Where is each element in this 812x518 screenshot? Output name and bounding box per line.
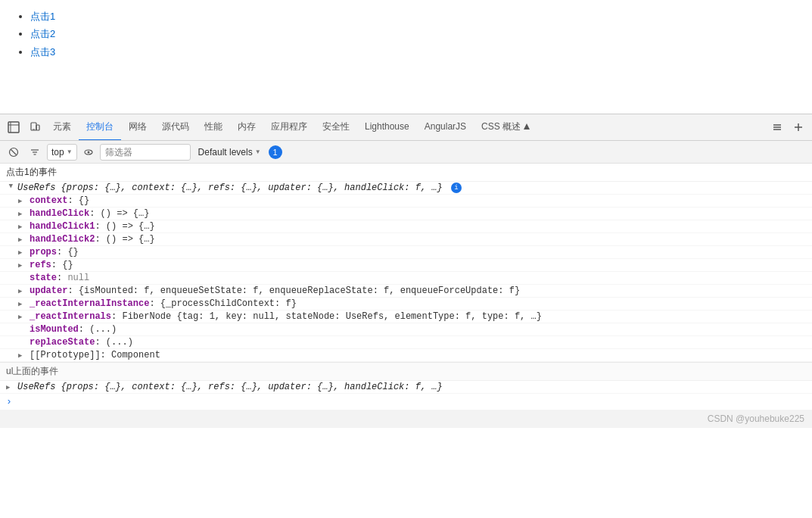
expand-icon: ▶ (6, 383, 15, 392)
main-obj-content: UseRefs {props: {…}, context: {…}, refs:… (17, 183, 806, 193)
tab-network[interactable]: 网络 (121, 114, 154, 141)
replacestate-row[interactable]: ▶ replaceState: (...) (0, 336, 812, 349)
tabs-end (767, 117, 809, 138)
svg-point-18 (87, 151, 89, 153)
list-item: 点击1 (30, 8, 797, 25)
state-prop-row[interactable]: ▶ state: null (0, 272, 812, 285)
section1-label: 点击1的事件 (0, 164, 812, 182)
section2-obj-content: UseRefs {props: {…}, context: {…}, refs:… (17, 382, 806, 392)
console-toolbar: top ▼ Default levels ▼ 1 (0, 141, 812, 164)
expand-icon: ▶ (18, 261, 27, 270)
expand-icon: ▶ (18, 223, 27, 232)
tab-css-overview[interactable]: CSS 概述 (474, 114, 538, 141)
tab-application[interactable]: 应用程序 (263, 114, 315, 141)
tab-lighthouse[interactable]: Lighthouse (357, 114, 417, 141)
expand-icon: ▶ (18, 210, 27, 219)
page-content: 点击1 点击2 点击3 (0, 0, 812, 68)
tab-security[interactable]: 安全性 (315, 114, 357, 141)
context-arrow-icon: ▼ (67, 148, 73, 155)
devtools-tabs: 元素 控制台 网络 源代码 性能 内存 应用程序 安全性 Lighthouse … (0, 114, 812, 141)
click-link-3[interactable]: 点击3 (30, 46, 55, 58)
filter-toggle-button[interactable] (26, 143, 44, 161)
expand-icon: ▶ (18, 236, 27, 245)
updater-prop-row[interactable]: ▶ updater: {isMounted: f, enqueueSetStat… (0, 285, 812, 298)
svg-rect-0 (8, 122, 19, 133)
tab-sources[interactable]: 源代码 (154, 114, 197, 141)
section2-obj-preview: UseRefs {props: {…}, context: {…}, refs:… (17, 382, 443, 392)
default-levels-button[interactable]: Default levels ▼ (194, 146, 266, 158)
inspect-element-icon[interactable] (3, 117, 24, 138)
react-internal-instance-row[interactable]: ▶ _reactInternalInstance: {_processChild… (0, 298, 812, 310)
handleclick2-prop-row[interactable]: ▶ handleClick2: () => {…} (0, 233, 812, 246)
clear-console-button[interactable] (5, 143, 23, 161)
tab-elements[interactable]: 元素 (45, 114, 79, 141)
section2-object-row[interactable]: ▶ UseRefs {props: {…}, context: {…}, ref… (0, 381, 812, 394)
prototype-row[interactable]: ▶ [[Prototype]]: Component (0, 349, 812, 362)
expand-icon: ▶ (18, 248, 27, 257)
props-prop-row[interactable]: ▶ props: {} (0, 246, 812, 259)
bullet-list: 点击1 点击2 点击3 (15, 8, 797, 61)
error-badge: 1 (269, 145, 282, 159)
tab-console[interactable]: 控制台 (79, 114, 121, 141)
console-output: 点击1的事件 ▶ UseRefs {props: {…}, context: {… (0, 164, 812, 410)
devtools-panel: 元素 控制台 网络 源代码 性能 内存 应用程序 安全性 Lighthouse … (0, 114, 812, 428)
tab-angularjs[interactable]: AngularJS (417, 114, 474, 141)
device-emulation-icon[interactable] (24, 117, 45, 138)
click-link-1[interactable]: 点击1 (30, 11, 55, 22)
filter-input[interactable] (100, 144, 191, 161)
handleclick1-prop-row[interactable]: ▶ handleClick1: () => {…} (0, 220, 812, 233)
expand-icon: ▶ (18, 300, 27, 309)
levels-arrow-icon: ▼ (255, 148, 261, 155)
error-count: 1 (273, 148, 278, 157)
expand-icon: ▶ (6, 184, 15, 193)
react-internals-row[interactable]: ▶ _reactInternals: FiberNode {tag: 1, ke… (0, 310, 812, 323)
refs-prop-row[interactable]: ▶ refs: {} (0, 259, 812, 272)
expand-icon: ▶ (18, 313, 27, 322)
info-icon: i (451, 183, 462, 193)
svg-marker-6 (524, 123, 530, 130)
list-item: 点击2 (30, 25, 797, 42)
expand-icon: ▶ (18, 351, 27, 360)
prompt-icon: › (6, 396, 12, 407)
add-tab-icon[interactable] (788, 117, 809, 138)
context-prop-row[interactable]: ▶ context: {} (0, 195, 812, 208)
svg-line-13 (11, 149, 17, 154)
handleclick-prop-row[interactable]: ▶ handleClick: () => {…} (0, 208, 812, 220)
eye-icon[interactable] (80, 144, 97, 161)
expand-icon: ▶ (18, 287, 27, 296)
click-link-2[interactable]: 点击2 (30, 28, 55, 39)
more-tabs-icon[interactable] (767, 117, 788, 138)
section2-label: ul上面的事件 (0, 362, 812, 381)
watermark: CSDN @youhebuke225 (0, 410, 812, 428)
context-selector[interactable]: top ▼ (47, 144, 77, 161)
default-levels-label: Default levels (198, 147, 253, 158)
main-object-row[interactable]: ▶ UseRefs {props: {…}, context: {…}, ref… (0, 182, 812, 195)
main-obj-preview: UseRefs {props: {…}, context: {…}, refs:… (17, 183, 443, 193)
expand-icon: ▶ (18, 197, 27, 206)
console-prompt-row[interactable]: › (0, 394, 812, 410)
svg-rect-4 (36, 125, 39, 130)
tab-performance[interactable]: 性能 (197, 114, 230, 141)
context-value: top (51, 147, 64, 158)
ismounted-row[interactable]: ▶ isMounted: (...) (0, 323, 812, 336)
tab-memory[interactable]: 内存 (230, 114, 263, 141)
list-item: 点击3 (30, 43, 797, 61)
